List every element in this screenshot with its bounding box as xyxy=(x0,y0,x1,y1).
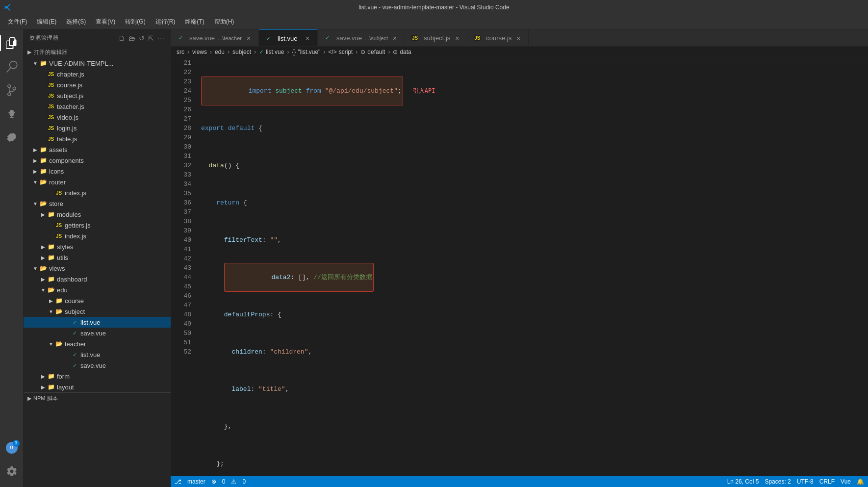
tab-save-teacher[interactable]: ✓ save.vue ...\teacher × xyxy=(171,29,259,47)
sidebar-item-course-folder[interactable]: ▶ 📁 course xyxy=(24,295,171,306)
menu-select[interactable]: 选择(S) xyxy=(62,16,90,28)
language-label[interactable]: Vue xyxy=(841,478,851,485)
sidebar-item-list-vue[interactable]: ✓ list.vue xyxy=(24,317,171,328)
menu-terminal[interactable]: 终端(T) xyxy=(181,16,208,28)
menu-run[interactable]: 运行(R) xyxy=(152,16,179,28)
code-line-25: filterText: "", xyxy=(201,235,868,245)
git-branch-icon: ⎇ xyxy=(175,478,181,485)
breadcrumb-script[interactable]: script xyxy=(339,49,353,55)
spaces-label[interactable]: Spaces: 2 xyxy=(765,478,791,485)
js-icon: JS xyxy=(55,232,63,240)
sidebar-item-chapter[interactable]: JS chapter.js xyxy=(24,69,171,79)
tab-save-subject[interactable]: ✓ save.vue ...\subject × xyxy=(318,29,405,47)
folder-icon: 📁 xyxy=(47,254,55,261)
breadcrumb-list-vue[interactable]: list.vue xyxy=(266,49,284,55)
code-editor[interactable]: 21 22 23 24 25 26 27 28 29 30 31 32 33 3… xyxy=(171,57,868,476)
root-folder-label: VUE-ADMIN-TEMPL... xyxy=(49,60,113,67)
tab-close-icon[interactable]: × xyxy=(514,34,522,42)
tab-subject-js[interactable]: JS subject.js × xyxy=(405,29,467,47)
activity-avatar[interactable]: U 3 xyxy=(0,436,24,460)
breadcrumb-views[interactable]: views xyxy=(192,49,207,55)
sidebar-item-subject-folder[interactable]: ▼ 📂 subject xyxy=(24,306,171,317)
folder-open-icon: 📂 xyxy=(47,286,55,294)
sidebar-item-utils[interactable]: ▶ 📁 utils xyxy=(24,252,171,263)
root-folder-item[interactable]: ▼ 📁 VUE-ADMIN-TEMPL... xyxy=(24,58,171,69)
chevron-right-icon: ▶ xyxy=(27,49,32,55)
vue-icon: ✓ xyxy=(71,351,78,359)
js-icon: JS xyxy=(47,113,55,121)
tab-close-icon[interactable]: × xyxy=(304,34,311,42)
sidebar-content: ▶ 打开的编辑器 ▼ 📁 VUE-ADMIN-TEMPL... JS chapt… xyxy=(24,47,171,487)
encoding-label[interactable]: UTF-8 xyxy=(797,478,814,485)
code-line-28: children: "children", xyxy=(201,347,868,357)
activity-search[interactable] xyxy=(0,55,24,78)
line-ending-label[interactable]: CRLF xyxy=(819,478,835,485)
breadcrumb-list-vue-string[interactable]: "list.vue" xyxy=(298,49,320,55)
activity-extensions[interactable] xyxy=(0,126,24,149)
annotation-import-api: 引入API xyxy=(413,86,435,96)
refresh-icon[interactable]: ↺ xyxy=(139,34,145,42)
sidebar-item-login[interactable]: JS login.js xyxy=(24,123,171,133)
npm-section[interactable]: ▶ NPM 脚本 xyxy=(24,392,171,404)
tab-course-js[interactable]: JS course.js × xyxy=(467,29,529,47)
sidebar-item-icons[interactable]: ▶ 📁 icons xyxy=(24,166,171,177)
sidebar-item-course[interactable]: JS course.js xyxy=(24,79,171,90)
sidebar-item-video[interactable]: JS video.js xyxy=(24,112,171,123)
menu-file[interactable]: 文件(F) xyxy=(4,16,31,28)
sidebar-item-teacher-js[interactable]: JS teacher.js xyxy=(24,101,171,112)
tab-close-icon[interactable]: × xyxy=(453,34,461,42)
sidebar-item-layout[interactable]: ▶ 📁 layout xyxy=(24,382,171,392)
new-file-icon[interactable]: 🗋 xyxy=(118,34,126,42)
new-folder-icon[interactable]: 🗁 xyxy=(128,34,136,42)
activity-debug[interactable] xyxy=(0,102,24,126)
sidebar-item-table[interactable]: JS table.js xyxy=(24,133,171,144)
tab-bar: ✓ save.vue ...\teacher × ✓ list.vue × ✓ … xyxy=(171,29,868,47)
sidebar-item-router[interactable]: ▼ 📂 router xyxy=(24,177,171,187)
vue-tab-icon: ✓ xyxy=(324,34,332,42)
tab-list-vue[interactable]: ✓ list.vue × xyxy=(259,29,318,47)
sidebar-item-store[interactable]: ▼ 📂 store xyxy=(24,198,171,209)
sidebar-item-store-index[interactable]: JS index.js xyxy=(24,231,171,241)
more-actions-icon[interactable]: ··· xyxy=(157,34,165,42)
breadcrumb-circle-icon2: ⊙ xyxy=(393,49,398,55)
menu-goto[interactable]: 转到(G) xyxy=(121,16,149,28)
sidebar-item-save-vue[interactable]: ✓ save.vue xyxy=(24,328,171,338)
activity-explorer[interactable] xyxy=(0,31,24,55)
sidebar: 资源管理器 🗋 🗁 ↺ ⇱ ··· ▶ 打开的编辑器 ▼ 📁 VUE-ADMIN… xyxy=(24,29,171,487)
activity-scm[interactable] xyxy=(0,78,24,102)
breadcrumb-default[interactable]: default xyxy=(367,49,385,55)
breadcrumb-data[interactable]: data xyxy=(400,49,411,55)
sidebar-item-subject[interactable]: JS subject.js xyxy=(24,90,171,101)
line26-highlight: data2: [], //返回所有分类数据 xyxy=(224,263,374,292)
sidebar-item-assets[interactable]: ▶ 📁 assets xyxy=(24,144,171,155)
sidebar-item-components[interactable]: ▶ 📁 components xyxy=(24,155,171,166)
sidebar-item-form[interactable]: ▶ 📁 form xyxy=(24,371,171,382)
code-line-24: return { xyxy=(201,198,868,207)
sidebar-item-views[interactable]: ▼ 📂 views xyxy=(24,263,171,274)
folder-icon: 📁 xyxy=(47,383,55,391)
menu-edit[interactable]: 编辑(E) xyxy=(33,16,60,28)
sidebar-item-teacher-save[interactable]: ✓ save.vue xyxy=(24,360,171,371)
sidebar-item-getters[interactable]: JS getters.js xyxy=(24,220,171,231)
breadcrumb-src[interactable]: src xyxy=(177,49,184,55)
vue-icon: ✓ xyxy=(71,329,78,337)
breadcrumb-edu[interactable]: edu xyxy=(215,49,225,55)
sidebar-item-teacher-list[interactable]: ✓ list.vue xyxy=(24,349,171,360)
sidebar-item-edu[interactable]: ▼ 📂 edu xyxy=(24,284,171,295)
sidebar-item-router-index[interactable]: JS index.js xyxy=(24,187,171,198)
activity-settings[interactable] xyxy=(0,460,24,483)
open-editors-section[interactable]: ▶ 打开的编辑器 xyxy=(24,47,171,58)
collapse-all-icon[interactable]: ⇱ xyxy=(148,34,154,42)
breadcrumb-subject[interactable]: subject xyxy=(232,49,251,55)
sidebar-item-teacher-folder[interactable]: ▼ 📂 teacher xyxy=(24,338,171,349)
menu-help[interactable]: 帮助(H) xyxy=(210,16,238,28)
sidebar-item-dashboard[interactable]: ▶ 📁 dashboard xyxy=(24,274,171,284)
menu-view[interactable]: 查看(V) xyxy=(92,16,119,28)
tab-close-icon[interactable]: × xyxy=(245,34,253,42)
position-label[interactable]: Ln 26, Col 5 xyxy=(727,478,759,485)
sidebar-item-modules[interactable]: ▶ 📁 modules xyxy=(24,209,171,220)
tab-close-icon[interactable]: × xyxy=(391,34,399,42)
error-icon: ⊗ xyxy=(211,478,216,485)
sidebar-item-styles[interactable]: ▶ 📁 styles xyxy=(24,241,171,252)
git-branch-label[interactable]: master xyxy=(187,478,205,485)
